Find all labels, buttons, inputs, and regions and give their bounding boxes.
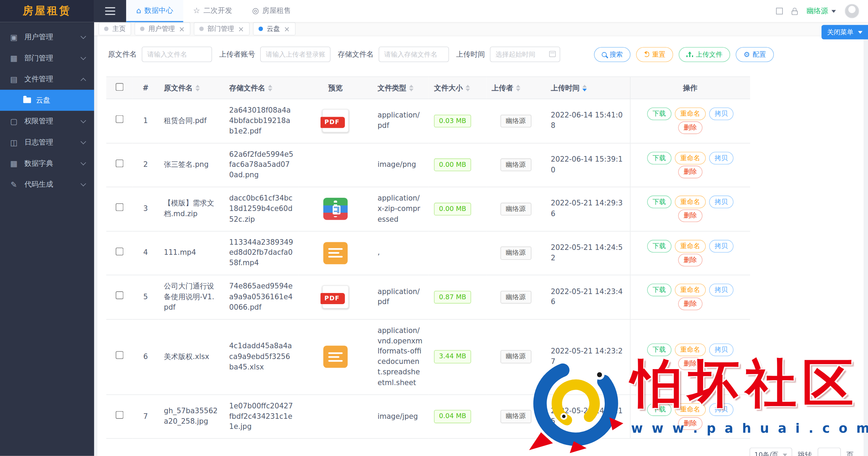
- sidebar-item-cloud-disk[interactable]: 云盘: [0, 90, 94, 111]
- row-checkbox[interactable]: [116, 351, 123, 359]
- delete-button[interactable]: 删除: [678, 254, 702, 267]
- close-icon[interactable]: ×: [238, 25, 244, 33]
- user-dropdown[interactable]: 幽络源: [807, 6, 836, 16]
- file-table: # 原文件名 存储文件名 预览 文件类型 文件大小 上传者 上传时间 操作: [106, 76, 750, 439]
- rename-button[interactable]: 重命名: [675, 240, 705, 253]
- tab-dot: [199, 27, 204, 31]
- config-button[interactable]: ⚙ 配置: [736, 47, 774, 62]
- upload-file-button[interactable]: 上传文件: [679, 47, 730, 62]
- download-button[interactable]: 下载: [647, 196, 671, 209]
- close-icon[interactable]: ×: [284, 25, 290, 33]
- close-menu-button[interactable]: 关闭菜单: [821, 25, 868, 39]
- original-name-input[interactable]: [142, 47, 212, 62]
- search-button[interactable]: 搜索: [594, 47, 630, 62]
- row-checkbox[interactable]: [116, 247, 123, 255]
- pdf-preview-icon[interactable]: PDF: [322, 109, 349, 132]
- nav-tab-label: 数据中心: [144, 6, 173, 16]
- rename-button[interactable]: 重命名: [675, 343, 705, 356]
- page-suffix: 页: [846, 450, 854, 456]
- download-button[interactable]: 下载: [647, 240, 671, 253]
- nav-tab-secondary-dev[interactable]: ☆ 二次开发: [183, 0, 242, 22]
- sidebar-item-permission-management[interactable]: ▢ 权限管理: [0, 111, 94, 132]
- size-badge: 0.00 MB: [434, 158, 471, 171]
- sidebar-item-log-management[interactable]: ◫ 日志管理: [0, 132, 94, 153]
- copy-button[interactable]: 拷贝: [709, 152, 733, 164]
- tab-department-management[interactable]: 部门管理 ×: [194, 22, 250, 35]
- download-button[interactable]: 下载: [647, 108, 671, 121]
- delete-button[interactable]: 删除: [678, 165, 702, 178]
- pdf-preview-icon[interactable]: PDF: [322, 285, 349, 309]
- download-button[interactable]: 下载: [647, 403, 671, 416]
- uploader-account-input[interactable]: [260, 47, 330, 62]
- sort-icon[interactable]: [582, 84, 587, 91]
- sidebar-item-department-management[interactable]: ▦ 部门管理: [0, 48, 94, 69]
- sort-icon[interactable]: [409, 84, 414, 91]
- download-button[interactable]: 下载: [647, 343, 671, 356]
- nav-tab-data-center[interactable]: ⌂ 数据中心: [126, 0, 183, 22]
- copy-button[interactable]: 拷贝: [709, 403, 733, 416]
- tab-home[interactable]: 主页: [99, 22, 131, 35]
- delete-button[interactable]: 删除: [678, 210, 702, 222]
- sidebar-item-user-management[interactable]: ▣ 用户管理: [0, 27, 94, 48]
- pagination: 10条/页 跳转 页: [98, 448, 854, 456]
- close-icon[interactable]: ×: [179, 25, 185, 33]
- row-checkbox[interactable]: [116, 204, 123, 211]
- delete-button[interactable]: 删除: [678, 357, 702, 370]
- delete-button[interactable]: 删除: [678, 298, 702, 310]
- uploader-badge: 幽络源: [500, 350, 531, 363]
- row-checkbox[interactable]: [116, 411, 123, 419]
- row-checkbox[interactable]: [116, 160, 123, 167]
- rename-button[interactable]: 重命名: [675, 108, 705, 121]
- copy-button[interactable]: 拷贝: [709, 284, 733, 297]
- delete-button[interactable]: 删除: [678, 121, 702, 134]
- delete-button[interactable]: 删除: [678, 417, 702, 430]
- sort-icon[interactable]: [196, 84, 200, 91]
- row-checkbox[interactable]: [116, 292, 123, 299]
- sidebar-item-code-generation[interactable]: ✎ 代码生成: [0, 174, 94, 195]
- uploader-badge: 幽络源: [500, 114, 531, 127]
- file-size-cell: [429, 231, 486, 275]
- sort-icon[interactable]: [465, 84, 470, 91]
- home-icon: ⌂: [136, 6, 141, 15]
- reset-button[interactable]: 重置: [636, 47, 673, 62]
- star-icon: ☆: [193, 6, 200, 15]
- row-checkbox[interactable]: [116, 115, 123, 123]
- download-button[interactable]: 下载: [647, 152, 671, 164]
- page-size-select[interactable]: 10条/页: [749, 448, 792, 456]
- rename-button[interactable]: 重命名: [675, 403, 705, 416]
- sort-icon[interactable]: [268, 84, 272, 91]
- uploader-cell: 幽络源: [486, 187, 545, 231]
- rename-button[interactable]: 重命名: [675, 152, 705, 164]
- sidebar-item-file-management[interactable]: ▤ 文件管理: [0, 69, 94, 90]
- select-all-checkbox[interactable]: [116, 83, 123, 91]
- avatar[interactable]: [845, 4, 859, 18]
- uploader-cell: 幽络源: [486, 394, 545, 439]
- lock-icon[interactable]: [792, 10, 798, 15]
- copy-button[interactable]: 拷贝: [709, 240, 733, 253]
- monitor-icon: ▣: [9, 33, 19, 42]
- tab-user-management[interactable]: 用户管理 ×: [134, 22, 190, 35]
- column-header-file-type: 文件类型: [378, 83, 406, 93]
- sort-icon[interactable]: [516, 84, 520, 91]
- page-jump-input[interactable]: [818, 448, 841, 456]
- rename-button[interactable]: 重命名: [675, 196, 705, 209]
- zip-preview-icon[interactable]: [323, 198, 348, 220]
- sidebar-item-label: 数据字典: [24, 158, 53, 169]
- stored-name-input[interactable]: [379, 47, 449, 62]
- sidebar-toggle-button[interactable]: [94, 0, 126, 22]
- file-name: 111.mp4: [158, 231, 224, 275]
- copy-button[interactable]: 拷贝: [709, 343, 733, 356]
- doc-preview-icon[interactable]: [323, 242, 348, 264]
- doc-preview-icon[interactable]: [323, 346, 348, 368]
- sidebar-item-data-dictionary[interactable]: ▦ 数据字典: [0, 153, 94, 174]
- download-button[interactable]: 下载: [647, 284, 671, 297]
- topbar: 房屋租赁 ⌂ 数据中心 ☆ 二次开发 ◎ 房屋租售 幽络源: [0, 0, 868, 22]
- copy-button[interactable]: 拷贝: [709, 196, 733, 209]
- copy-button[interactable]: 拷贝: [709, 108, 733, 121]
- rename-button[interactable]: 重命名: [675, 284, 705, 297]
- nav-tab-house-rent[interactable]: ◎ 房屋租售: [242, 0, 301, 22]
- tab-cloud-disk[interactable]: 云盘 ×: [253, 22, 296, 35]
- table-row: 4111.mp4113344a2389349ed8d02fb7dacfa058f…: [106, 231, 750, 275]
- fullscreen-icon[interactable]: [776, 8, 783, 14]
- refresh-icon: [644, 51, 650, 57]
